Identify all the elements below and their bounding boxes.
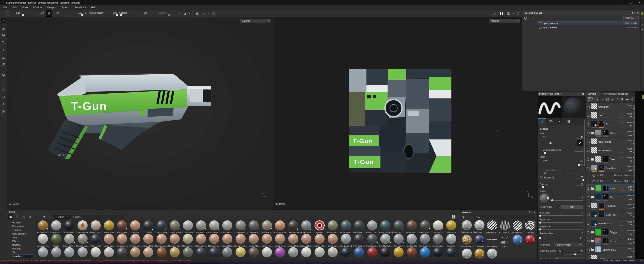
blend-mode-select[interactable]: Norm (627, 247, 634, 250)
resource-item[interactable]: 3D Perlin N... (498, 220, 511, 234)
filter-chip-materials[interactable]: Materi.. (54, 215, 70, 219)
blend-mode-select[interactable]: Norm (627, 221, 634, 223)
material-item[interactable]: Human For... (194, 234, 208, 247)
add-smart-mask-icon[interactable] (606, 97, 609, 101)
material-thumbnail[interactable] (236, 220, 246, 231)
stroke-opacity-value[interactable]: 100 (110, 11, 117, 14)
layer-thumbnail[interactable] (595, 238, 601, 244)
slider-value[interactable]: 0 (575, 232, 583, 235)
filter-icon[interactable] (42, 214, 46, 219)
remove-filter-icon[interactable] (67, 216, 68, 218)
slider-handle[interactable] (539, 237, 541, 239)
material-item[interactable]: Fabric Bam... (326, 220, 339, 234)
material-item[interactable] (366, 247, 379, 257)
material-thumbnail[interactable] (394, 234, 404, 244)
dock-drag-handle[interactable] (642, 17, 643, 22)
thumbnail-size-icon[interactable] (528, 221, 532, 224)
visibility-eye-icon[interactable] (587, 240, 590, 242)
material-item[interactable]: Human Shi... (313, 234, 326, 247)
material-item[interactable]: Gouache Pa... (36, 234, 50, 247)
projection-tool-icon[interactable] (1, 32, 6, 38)
layer-thumbnail[interactable] (591, 220, 597, 226)
slider-track[interactable] (540, 180, 583, 180)
material-thumbnail[interactable] (288, 220, 298, 231)
blend-mode-select[interactable]: Norm (627, 186, 634, 188)
layer-row[interactable]: Steel Gun ...Norm100 (586, 155, 635, 164)
material-thumbnail[interactable] (117, 247, 127, 257)
properties-scrollbar[interactable] (584, 120, 585, 166)
material-item[interactable]: Human Nec... (260, 234, 274, 247)
folder-icon[interactable] (591, 132, 594, 134)
material-thumbnail[interactable] (143, 247, 153, 257)
passthrough-box[interactable] (619, 114, 623, 118)
material-item[interactable]: Human Fe... (181, 234, 194, 247)
material-thumbnail[interactable] (222, 220, 232, 231)
resource-updater-icon[interactable] (1, 101, 6, 107)
layer-row[interactable]: AFFburnMe...Pthr100 (586, 237, 635, 246)
delete-layer-icon[interactable] (630, 97, 634, 101)
resource-item[interactable] (460, 249, 473, 259)
material-item[interactable] (168, 247, 181, 257)
passthrough-box[interactable] (619, 230, 623, 234)
layer-thumbnail[interactable] (595, 246, 601, 252)
material-item[interactable]: Gold Pure (445, 220, 458, 234)
menu-item-viewport[interactable]: Viewport (44, 5, 59, 10)
uv-reprojection-icon[interactable] (212, 11, 216, 15)
refresh-icon[interactable] (48, 214, 53, 219)
blend-mode-select[interactable]: Norm (627, 229, 634, 232)
visibility-eye-icon[interactable] (587, 132, 590, 134)
passthrough-box[interactable] (619, 222, 623, 226)
material-item[interactable] (405, 247, 418, 257)
material-item[interactable]: Concrete Cl... (221, 220, 234, 234)
material-thumbnail[interactable] (341, 220, 351, 231)
size-slider[interactable]: Size10 (542, 136, 583, 146)
minimize-button[interactable] (618, 0, 627, 5)
material-item[interactable] (352, 247, 366, 257)
slider-value[interactable]: 0 (575, 211, 583, 214)
material-item[interactable]: Concrete D... (234, 220, 247, 234)
material-item[interactable] (287, 247, 300, 257)
resource-item[interactable] (486, 249, 498, 259)
material-item[interactable]: Brass Pure (102, 220, 116, 234)
material-item[interactable] (155, 247, 168, 257)
material-thumbnail[interactable] (406, 234, 417, 244)
menu-item-python[interactable]: Python (59, 5, 72, 10)
tab-material[interactable] (564, 118, 573, 125)
material-thumbnail[interactable] (341, 234, 351, 244)
slider-track[interactable] (540, 215, 583, 216)
tab-texture-set-settings[interactable]: TEXTURE SET SETTINGS (602, 92, 630, 96)
blend-mode-select[interactable]: Norm (627, 165, 634, 168)
shelf-category-textures[interactable]: Textures (11, 228, 33, 232)
material-thumbnail[interactable] (275, 220, 285, 231)
material-thumbnail[interactable] (314, 247, 324, 257)
material-thumbnail[interactable] (143, 234, 153, 244)
blend-mode-select[interactable]: Pthr (628, 238, 634, 241)
slider-track[interactable] (540, 229, 583, 230)
brush-shape-icon[interactable] (6, 11, 10, 15)
material-item[interactable]: Concrete B... (208, 220, 221, 234)
slider-value[interactable]: 10 (575, 136, 583, 139)
material-item[interactable] (339, 247, 353, 257)
material-item[interactable]: Artificial Le... (63, 220, 76, 234)
layer-thumbnail[interactable] (591, 165, 597, 171)
menu-item-javascript[interactable]: JavaScript (72, 5, 88, 10)
material-item[interactable]: Fabric Suit ... (418, 220, 432, 234)
material-item[interactable] (379, 247, 392, 257)
toolbar-drag-handle[interactable] (1, 12, 4, 15)
layer-thumbnail[interactable] (591, 147, 597, 153)
material-thumbnail[interactable] (90, 234, 101, 244)
chevron-down-icon[interactable] (189, 13, 190, 14)
close-icon[interactable] (598, 93, 599, 95)
material-item[interactable]: Concrete S... (260, 220, 274, 234)
resource-item[interactable] (473, 249, 486, 259)
material-thumbnail[interactable] (38, 220, 48, 231)
paint-tool-icon[interactable] (1, 18, 6, 23)
stroke-opacity-slider[interactable]: Stroke opacity100 (540, 176, 583, 180)
resource-thumbnail[interactable] (474, 235, 484, 245)
material-thumbnail[interactable] (262, 234, 272, 244)
resource-item[interactable]: Algea (498, 235, 511, 248)
material-thumbnail[interactable] (51, 234, 61, 244)
resource-thumbnail[interactable] (487, 249, 497, 259)
material-item[interactable]: Iron Powde... (432, 234, 445, 247)
history-icon[interactable] (641, 28, 644, 31)
